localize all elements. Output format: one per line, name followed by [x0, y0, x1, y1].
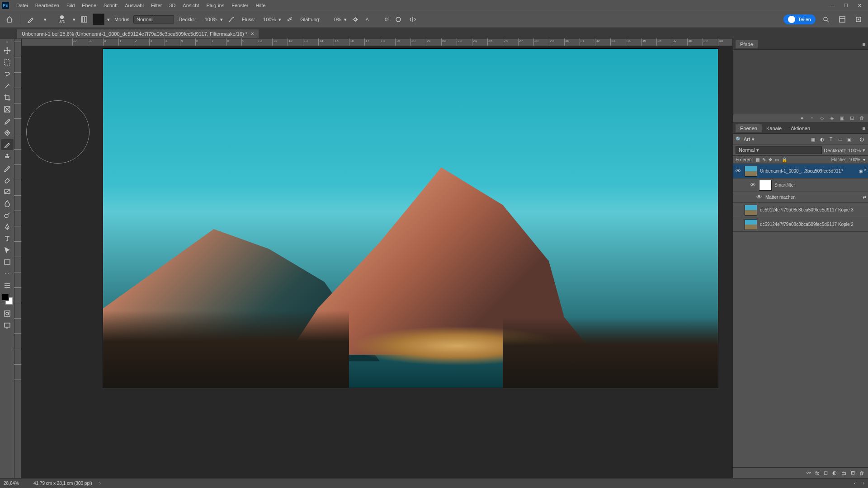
menu-filter[interactable]: Filter: [147, 0, 165, 11]
lock-brush-icon[interactable]: ✎: [762, 157, 766, 162]
lasso-tool[interactable]: [1, 69, 14, 80]
group-layers-icon[interactable]: 🗀: [841, 470, 846, 476]
smartfilter-toggle[interactable]: ⇄: [863, 195, 866, 200]
smoothing-options-button[interactable]: [349, 14, 361, 25]
clone-stamp-tool[interactable]: [1, 151, 14, 162]
layer-filter-indicator[interactable]: ◉ ^: [859, 169, 866, 174]
tool-preset-dropdown[interactable]: ▾: [39, 14, 51, 25]
fill-value[interactable]: 100%: [849, 157, 860, 162]
filter-shape-icon[interactable]: ▭: [836, 136, 844, 143]
document-size[interactable]: 41,79 cm x 28,1 cm (300 ppi): [33, 481, 92, 486]
menu-plug-ins[interactable]: Plug-ins: [203, 0, 228, 11]
current-tool-icon[interactable]: [25, 14, 37, 25]
menu-ebene[interactable]: Ebene: [78, 0, 100, 11]
dodge-tool[interactable]: [1, 210, 14, 221]
swatch-dropdown[interactable]: ▾: [107, 17, 110, 23]
horizontal-ruler[interactable]: -2-1012345678910111213141516171819202122…: [22, 39, 732, 46]
layer-thumbnail[interactable]: [745, 219, 757, 230]
menu-bearbeiten[interactable]: Bearbeiten: [32, 0, 63, 11]
menu-ansicht[interactable]: Ansicht: [179, 0, 203, 11]
pen-tool[interactable]: [1, 221, 14, 232]
home-button[interactable]: [4, 14, 15, 25]
layer-style-icon[interactable]: fx: [815, 470, 819, 476]
layer-row[interactable]: 👁Matter machen⇄: [733, 192, 868, 203]
menu-3d[interactable]: 3D: [165, 0, 179, 11]
layer-name[interactable]: dc59124e7f79a08c3bca509fec5d9117 Kopie 2: [760, 222, 866, 227]
screen-mode-tool[interactable]: [1, 320, 14, 331]
menu-datei[interactable]: Datei: [13, 0, 32, 11]
filter-type-icon[interactable]: T: [827, 136, 835, 143]
menu-auswahl[interactable]: Auswahl: [121, 0, 147, 11]
layer-thumbnail[interactable]: [759, 180, 772, 191]
layer-name[interactable]: Unbenannt-1_0000_...3bca509fec5d9117: [760, 169, 856, 174]
layer-row[interactable]: dc59124e7f79a08c3bca509fec5d9117 Kopie 3: [733, 203, 868, 217]
rectangle-tool[interactable]: [1, 257, 14, 267]
move-tool[interactable]: [1, 45, 14, 56]
share-button[interactable]: Teilen: [783, 14, 816, 24]
actions-tab[interactable]: Aktionen: [786, 124, 815, 132]
adjustment-layer-icon[interactable]: ◐: [832, 470, 837, 476]
type-tool[interactable]: [1, 233, 14, 244]
symmetry-button[interactable]: [407, 14, 419, 25]
paths-tab[interactable]: Pfade: [736, 40, 758, 48]
scroll-right[interactable]: ›: [863, 481, 864, 486]
opacity-dropdown[interactable]: ▾: [220, 17, 223, 23]
gradient-tool[interactable]: [1, 186, 14, 197]
layer-visibility-icon[interactable]: 👁: [755, 194, 763, 201]
close-button[interactable]: ✕: [853, 0, 866, 11]
magic-wand-tool[interactable]: [1, 80, 14, 91]
layer-thumbnail[interactable]: [745, 166, 757, 177]
healing-tool[interactable]: [1, 127, 14, 138]
history-brush-tool[interactable]: [1, 163, 14, 174]
brush-panel-button[interactable]: [78, 14, 90, 25]
zoom-value[interactable]: 28,64%: [4, 481, 26, 486]
menu-bild[interactable]: Bild: [63, 0, 78, 11]
work-path-icon[interactable]: ◈: [829, 115, 835, 121]
minimize-button[interactable]: —: [826, 0, 839, 11]
filter-toggle-icon[interactable]: ⏻: [858, 136, 865, 143]
document-tab[interactable]: Unbenannt-1 bei 28,6% (Unbenannt-1_0000_…: [17, 29, 259, 38]
color-swatch[interactable]: [93, 14, 104, 25]
frame-tool[interactable]: [1, 104, 14, 115]
layer-row[interactable]: 👁Unbenannt-1_0000_...3bca509fec5d9117◉ ^: [733, 164, 868, 178]
brush-tool[interactable]: [1, 139, 14, 150]
layer-visibility-icon[interactable]: 👁: [749, 182, 756, 188]
lock-pixels-icon[interactable]: ▦: [755, 157, 760, 162]
pressure-size-button[interactable]: [392, 14, 404, 25]
edit-toolbar[interactable]: [1, 280, 14, 291]
expand-rail[interactable]: »: [6, 40, 8, 44]
status-caret[interactable]: ›: [99, 481, 101, 486]
new-layer-icon[interactable]: ⊞: [851, 470, 855, 476]
smoothing-dropdown[interactable]: ▾: [344, 17, 347, 23]
eraser-tool[interactable]: [1, 174, 14, 185]
layer-opacity-dropdown[interactable]: ▾: [863, 147, 865, 153]
channels-tab[interactable]: Kanäle: [762, 124, 786, 132]
blur-tool[interactable]: [1, 198, 14, 209]
layer-kind-filter[interactable]: 🔍 Art ▾: [736, 136, 755, 142]
scroll-left[interactable]: ‹: [854, 481, 855, 486]
blend-mode-dropdown[interactable]: Normal: [133, 15, 174, 23]
path-selection-tool[interactable]: [1, 245, 14, 256]
color-swatches[interactable]: [2, 294, 13, 305]
lock-position-icon[interactable]: ✥: [769, 157, 772, 162]
layer-visibility-icon[interactable]: 👁: [735, 168, 742, 174]
stroke-path-icon[interactable]: ○: [809, 115, 815, 121]
angle-value[interactable]: 0°: [372, 17, 390, 22]
menu-fenster[interactable]: Fenster: [228, 0, 252, 11]
pressure-opacity-button[interactable]: [226, 14, 237, 25]
layer-blend-mode[interactable]: Normal ▾: [736, 146, 822, 154]
eyedropper-tool[interactable]: [1, 116, 14, 127]
layer-mask-icon[interactable]: ◻: [824, 470, 828, 476]
brush-preview[interactable]: 875: [54, 12, 70, 27]
layers-panel-menu[interactable]: ≡: [863, 126, 865, 131]
layer-name[interactable]: dc59124e7f79a08c3bca509fec5d9117 Kopie 3: [760, 207, 866, 212]
new-path-icon[interactable]: ⊞: [849, 115, 854, 121]
maximize-button[interactable]: ☐: [839, 0, 853, 11]
canvas-viewport[interactable]: [22, 46, 732, 478]
delete-layer-icon[interactable]: 🗑: [859, 470, 864, 476]
layer-opacity-value[interactable]: 100%: [848, 148, 861, 153]
filter-smart-icon[interactable]: ▣: [845, 136, 853, 143]
flow-dropdown[interactable]: ▾: [278, 17, 281, 23]
flow-value[interactable]: 100%: [258, 17, 276, 22]
delete-path-icon[interactable]: 🗑: [859, 115, 864, 121]
